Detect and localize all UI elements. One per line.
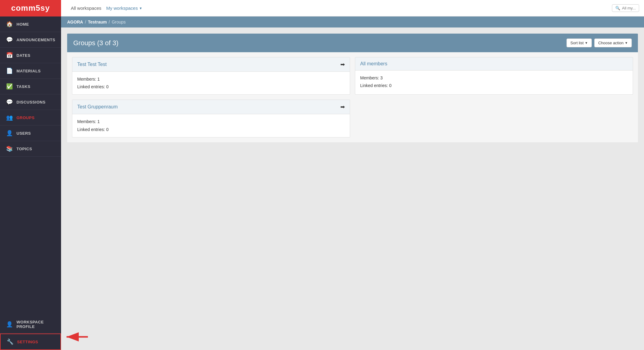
sidebar-item-settings[interactable]: 🔧 SETTINGS [0, 334, 61, 350]
groups-grid: Test Test Test ➡ Members: 1 Linked entri… [67, 52, 638, 142]
discussions-icon: 💬 [6, 99, 13, 105]
sidebar-item-home-label: HOME [16, 22, 29, 27]
breadcrumb-testraum[interactable]: Testraum [88, 20, 107, 24]
sidebar-item-settings-label: SETTINGS [17, 340, 38, 344]
group-linked-entries-test-gruppenraum: Linked entries: 0 [77, 126, 345, 133]
logo-text: comm5sy [11, 3, 50, 13]
sidebar-item-materials-label: MATERIALS [16, 69, 41, 73]
group-members-test-gruppenraum: Members: 1 [77, 118, 345, 126]
breadcrumb: AGORA / Testraum / Groups [61, 16, 644, 27]
choose-action-chevron-icon: ▼ [625, 41, 628, 45]
my-workspaces-dropdown[interactable]: My workspaces ▼ [106, 5, 142, 11]
sidebar-item-dates[interactable]: 📅 DATES [0, 48, 61, 63]
enter-group-icon-test-test-test[interactable]: ➡ [340, 61, 345, 68]
sidebar-item-topics-label: TOPICS [16, 147, 32, 151]
sidebar-item-announcements[interactable]: 💬 ANNOUNCEMENTS [0, 32, 61, 48]
sort-list-chevron-icon: ▼ [585, 41, 588, 45]
sidebar-item-home[interactable]: 🏠 HOME [0, 16, 61, 32]
page-content: Groups (3 of 3) Sort list ▼ Choose actio… [61, 27, 644, 350]
choose-action-label: Choose action [598, 41, 624, 45]
groups-header: Groups (3 of 3) Sort list ▼ Choose actio… [67, 34, 638, 52]
search-placeholder: All my... [622, 6, 636, 10]
top-bar: comm5sy All workspaces My workspaces ▼ 🔍… [0, 0, 644, 16]
group-card-test-gruppenraum: Test Gruppenraum ➡ Members: 1 Linked ent… [72, 100, 350, 137]
tasks-icon: ✅ [6, 83, 13, 90]
group-linked-entries-test-test-test: Linked entries: 0 [77, 83, 345, 91]
sidebar-spacer [0, 157, 61, 315]
sidebar-item-workspace-profile-label: WORKSPACE PROFILE [16, 320, 55, 329]
choose-action-button[interactable]: Choose action ▼ [594, 38, 632, 47]
sidebar: 🏠 HOME 💬 ANNOUNCEMENTS 📅 DATES 📄 MATERIA… [0, 16, 61, 350]
sidebar-item-discussions[interactable]: 💬 DISCUSSIONS [0, 94, 61, 110]
sidebar-item-tasks[interactable]: ✅ TASKS [0, 79, 61, 94]
home-icon: 🏠 [6, 21, 13, 27]
breadcrumb-separator-1: / [85, 20, 86, 24]
sidebar-item-users-label: USERS [16, 131, 31, 136]
sidebar-item-materials[interactable]: 📄 MATERIALS [0, 63, 61, 79]
sidebar-item-discussions-label: DISCUSSIONS [16, 100, 45, 104]
topics-icon: 📚 [6, 145, 13, 152]
group-members-all-members: Members: 3 [360, 74, 628, 82]
group-card-title-test-gruppenraum[interactable]: Test Gruppenraum [77, 104, 118, 110]
all-workspaces-link[interactable]: All workspaces [68, 4, 104, 12]
sidebar-item-groups[interactable]: 👥 GROUPS [0, 110, 61, 126]
my-workspaces-label: My workspaces [106, 5, 138, 11]
search-icon: 🔍 [615, 6, 620, 10]
content-area: AGORA / Testraum / Groups Groups (3 of 3… [61, 16, 644, 350]
group-card-body-test-test-test: Members: 1 Linked entries: 0 [72, 72, 350, 94]
materials-icon: 📄 [6, 67, 13, 74]
group-card-header-test-gruppenraum: Test Gruppenraum ➡ [72, 100, 350, 114]
breadcrumb-agora[interactable]: AGORA [67, 20, 83, 24]
sidebar-item-groups-label: GROUPS [16, 115, 34, 120]
header-actions: Sort list ▼ Choose action ▼ [566, 38, 632, 47]
main-layout: 🏠 HOME 💬 ANNOUNCEMENTS 📅 DATES 📄 MATERIA… [0, 16, 644, 350]
search-box[interactable]: 🔍 All my... [612, 4, 639, 12]
sidebar-item-workspace-profile[interactable]: 👤 WORKSPACE PROFILE [0, 315, 61, 334]
sidebar-item-users[interactable]: 👤 USERS [0, 126, 61, 141]
group-card-title-all-members[interactable]: All members [360, 61, 387, 67]
workspace-profile-icon: 👤 [6, 321, 13, 328]
group-card-header-all-members: All members [355, 57, 633, 71]
groups-title: Groups (3 of 3) [73, 39, 118, 47]
group-members-test-test-test: Members: 1 [77, 75, 345, 83]
group-card-all-members: All members Members: 3 Linked entries: 0 [355, 57, 633, 95]
settings-icon: 🔧 [7, 338, 13, 345]
top-nav-links: All workspaces My workspaces ▼ [68, 4, 605, 12]
group-linked-entries-all-members: Linked entries: 0 [360, 82, 628, 89]
breadcrumb-groups: Groups [112, 20, 126, 24]
group-card-body-all-members: Members: 3 Linked entries: 0 [355, 71, 633, 93]
logo[interactable]: comm5sy [0, 0, 61, 16]
sidebar-item-tasks-label: TASKS [16, 84, 31, 89]
sort-list-label: Sort list [570, 41, 584, 45]
group-card-title-test-test-test[interactable]: Test Test Test [77, 62, 107, 67]
sidebar-item-dates-label: DATES [16, 53, 31, 58]
dates-icon: 📅 [6, 52, 13, 59]
my-workspaces-chevron-icon: ▼ [139, 6, 142, 10]
breadcrumb-separator-2: / [109, 20, 110, 24]
group-card-body-test-gruppenraum: Members: 1 Linked entries: 0 [72, 114, 350, 137]
sort-list-button[interactable]: Sort list ▼ [566, 38, 592, 47]
sidebar-item-topics[interactable]: 📚 TOPICS [0, 141, 61, 157]
users-icon: 👤 [6, 130, 13, 137]
enter-group-icon-test-gruppenraum[interactable]: ➡ [340, 104, 345, 110]
group-card-header-test-test-test: Test Test Test ➡ [72, 57, 350, 72]
groups-icon: 👥 [6, 114, 13, 121]
announcements-icon: 💬 [6, 36, 13, 43]
sidebar-item-announcements-label: ANNOUNCEMENTS [16, 38, 55, 42]
group-card-test-test-test: Test Test Test ➡ Members: 1 Linked entri… [72, 57, 350, 95]
